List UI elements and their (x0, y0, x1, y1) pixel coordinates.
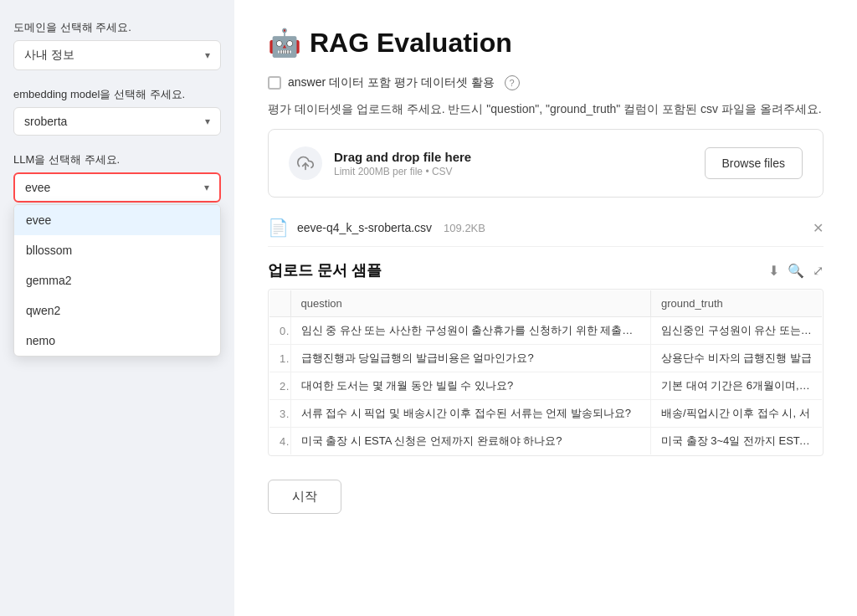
file-name: eeve-q4_k_s-sroberta.csv (297, 221, 432, 234)
sidebar: 도메인을 선택해 주세요. 사내 정보 ▾ embedding model을 선… (0, 0, 234, 616)
close-icon[interactable]: ✕ (813, 220, 824, 236)
main-content: 🤖 RAG Evaluation answer 데이터 포함 평가 데이터셋 활… (234, 0, 857, 616)
browse-files-button[interactable]: Browse files (705, 147, 803, 179)
upload-limit-text: Limit 200MB per file • CSV (334, 166, 471, 177)
row-question: 대여한 도서는 몇 개월 동안 빌릴 수 있나요? (290, 372, 650, 400)
embedding-value: sroberta (24, 115, 67, 128)
llm-select[interactable]: evee ▾ (13, 172, 221, 203)
answer-checkbox[interactable] (268, 76, 281, 90)
row-ground-truth: 임신중인 구성원이 유산 또는 사 (651, 317, 823, 345)
chevron-down-icon: ▾ (204, 182, 209, 193)
row-question: 서류 접수 시 픽업 및 배송시간 이후 접수된 서류는 언제 발송되나요? (290, 400, 650, 428)
upload-drag-text: Drag and drop file here (334, 150, 471, 164)
sample-section-title: 업로드 문서 샘플 (268, 260, 382, 280)
embedding-select[interactable]: sroberta ▾ (13, 107, 221, 136)
sample-section-header: 업로드 문서 샘플 ⬇ 🔍 ⤢ (268, 260, 824, 280)
download-icon[interactable]: ⬇ (768, 263, 779, 279)
upload-icon (289, 146, 322, 180)
row-index: 1 (269, 345, 291, 372)
domain-value: 사내 정보 (24, 48, 74, 63)
llm-option-nemo[interactable]: nemo (14, 326, 220, 356)
checkbox-row: answer 데이터 포함 평가 데이터셋 활용 ? (268, 75, 824, 90)
row-index: 3 (269, 400, 291, 428)
row-ground-truth: 상용단수 비자의 급행진행 발급 (651, 345, 823, 372)
col-header-ground-truth: ground_truth (651, 290, 823, 317)
chevron-down-icon: ▾ (205, 49, 210, 61)
chevron-down-icon: ▾ (205, 116, 210, 127)
row-ground-truth: 기본 대여 기간은 6개월이며, 1호 (651, 372, 823, 400)
upload-area[interactable]: Drag and drop file here Limit 200MB per … (268, 129, 824, 198)
domain-select-wrapper: 사내 정보 ▾ (13, 40, 221, 70)
file-size: 109.2KB (444, 222, 485, 234)
table-row: 4 미국 출장 시 ESTA 신청은 언제까지 완료해야 하나요? 미국 출장 … (269, 428, 823, 455)
upload-left: Drag and drop file here Limit 200MB per … (289, 146, 471, 180)
help-icon[interactable]: ? (505, 75, 520, 90)
table-row: 1 급행진행과 당일급행의 발급비용은 얼마인가요? 상용단수 비자의 급행진행… (269, 345, 823, 372)
row-index: 2 (269, 372, 291, 400)
expand-icon[interactable]: ⤢ (813, 263, 824, 279)
row-question: 미국 출장 시 ESTA 신청은 언제까지 완료해야 하나요? (290, 428, 650, 455)
llm-dropdown-menu: evee bllossom gemma2 qwen2 nemo (13, 204, 221, 357)
start-button[interactable]: 시작 (268, 480, 341, 514)
llm-option-gemma2[interactable]: gemma2 (14, 265, 220, 295)
instruction-text: 평가 데이터셋을 업로드해 주세요. 반드시 "question", "grou… (268, 102, 824, 117)
embedding-select-wrapper: sroberta ▾ (13, 107, 221, 136)
col-header-question: question (290, 290, 650, 317)
llm-select-wrapper: evee ▾ evee bllossom gemma2 qwen2 nemo (13, 172, 221, 203)
robot-emoji: 🤖 (268, 27, 301, 59)
llm-option-bllossom[interactable]: bllossom (14, 235, 220, 265)
llm-label: LLM을 선택해 주세요. (13, 152, 221, 167)
upload-text-group: Drag and drop file here Limit 200MB per … (334, 150, 471, 177)
checkbox-label: answer 데이터 포함 평가 데이터셋 활용 (288, 75, 495, 90)
title-text: RAG Evaluation (310, 28, 512, 59)
data-table: question ground_truth 0 임신 중 유산 또는 사산한 구… (269, 290, 823, 455)
row-question: 급행진행과 당일급행의 발급비용은 얼마인가요? (290, 345, 650, 372)
search-icon[interactable]: 🔍 (788, 263, 804, 279)
file-row: 📄 eeve-q4_k_s-sroberta.csv 109.2KB ✕ (268, 209, 824, 247)
section-icons: ⬇ 🔍 ⤢ (768, 263, 824, 279)
row-ground-truth: 배송/픽업시간 이후 접수 시, 서 (651, 400, 823, 428)
row-index: 0 (269, 317, 291, 345)
table-row: 2 대여한 도서는 몇 개월 동안 빌릴 수 있나요? 기본 대여 기간은 6개… (269, 372, 823, 400)
row-index: 4 (269, 428, 291, 455)
llm-option-evee[interactable]: evee (14, 205, 220, 235)
table-row: 0 임신 중 유산 또는 사산한 구성원이 출산휴가를 신청하기 위한 제출서류… (269, 317, 823, 345)
llm-value: evee (25, 181, 50, 194)
domain-select[interactable]: 사내 정보 ▾ (13, 40, 221, 70)
col-header-idx (269, 290, 291, 317)
table-row: 3 서류 접수 시 픽업 및 배송시간 이후 접수된 서류는 언제 발송되나요?… (269, 400, 823, 428)
page-title: 🤖 RAG Evaluation (268, 27, 824, 59)
llm-option-qwen2[interactable]: qwen2 (14, 295, 220, 326)
data-table-wrapper: question ground_truth 0 임신 중 유산 또는 사산한 구… (268, 289, 824, 456)
row-question: 임신 중 유산 또는 사산한 구성원이 출산휴가를 신청하기 위한 제출서류는 … (290, 317, 650, 345)
file-icon: 📄 (268, 218, 289, 238)
row-ground-truth: 미국 출장 3~4일 전까지 ESTA 신 (651, 428, 823, 455)
embedding-label: embedding model을 선택해 주세요. (13, 87, 221, 102)
domain-label: 도메인을 선택해 주세요. (13, 20, 221, 35)
